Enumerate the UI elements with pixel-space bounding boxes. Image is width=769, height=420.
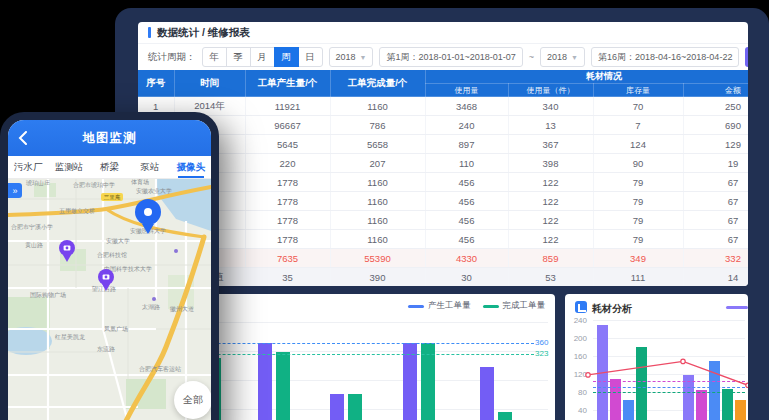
table-cell: 1160	[330, 97, 425, 116]
bar	[709, 361, 720, 420]
sub-column-header: 使用量	[425, 84, 508, 97]
start-year-select[interactable]: 2018 ▼	[329, 47, 374, 67]
map-label: 体育场	[131, 179, 149, 186]
table-cell: 67	[683, 211, 748, 230]
table-cell: 79	[593, 211, 683, 230]
table-cell: 456	[425, 230, 508, 249]
legend-swatch	[408, 305, 424, 308]
map-all-button[interactable]: 全部	[174, 381, 211, 419]
period-label: 统计周期：	[148, 51, 196, 64]
column-header: 工单完成量/个	[330, 70, 425, 97]
column-header: 工单产生量/个	[245, 70, 330, 97]
table-cell: 786	[330, 116, 425, 135]
bar	[696, 390, 707, 420]
table-cell: 67	[683, 192, 748, 211]
table-cell: 859	[508, 249, 593, 268]
table-cell: 1160	[330, 230, 425, 249]
table-row: 12014年119211160346834070250	[138, 97, 748, 116]
chevron-down-icon: ▼	[571, 54, 578, 61]
end-year-value: 2018	[547, 52, 567, 62]
consumable-chart-card: 耗材分析 2402001601208040	[565, 294, 748, 420]
phone-tab-泵站[interactable]: 泵站	[130, 156, 171, 178]
table-row: 356455658897367124129	[138, 135, 748, 154]
map-expander-button[interactable]: »	[8, 183, 22, 198]
table-cell: 124	[593, 135, 683, 154]
table-cell: 129	[683, 135, 748, 154]
table-cell: 67	[683, 173, 748, 192]
table-cell: 53	[508, 268, 593, 287]
table-cell: 349	[593, 249, 683, 268]
table-row: 8177811604561227967	[138, 230, 748, 249]
phone-tab-监测站[interactable]: 监测站	[49, 156, 90, 178]
y-axis-tick: 80	[565, 388, 587, 397]
chart-title-icon	[575, 301, 587, 313]
breadcrumb-accent-bar	[148, 27, 151, 38]
chevron-down-icon: ▼	[360, 54, 367, 61]
period-option-日[interactable]: 日	[298, 47, 323, 67]
period-segmented-control: 年季月周日	[202, 47, 323, 67]
map-label: 国际购物广场	[30, 291, 66, 299]
table-cell: 240	[425, 116, 508, 135]
map-view[interactable]: 琥珀山庄合肥市琥珀中学体育场安徽农业大学五里墩立交桥合肥市宁溪小学安徽医科大学安…	[8, 179, 211, 420]
back-icon[interactable]	[18, 131, 27, 145]
period-option-月[interactable]: 月	[250, 47, 275, 67]
table-cell: 70	[593, 97, 683, 116]
chart-legend-cut	[726, 306, 748, 309]
road-badge-label: 三里庵	[104, 194, 121, 201]
table-cell: 122	[508, 230, 593, 249]
table-cell: 90	[593, 154, 683, 173]
table-row: 296667786240137690	[138, 116, 748, 135]
bar-完成工单量	[498, 412, 512, 420]
table-cell: 111	[593, 268, 683, 287]
end-week-select[interactable]: 第16周：2018-04-16~2018-04-22	[591, 47, 739, 67]
table-cell: 79	[593, 192, 683, 211]
legend-label: 完成工单量	[503, 300, 546, 312]
table-cell: 55390	[330, 249, 425, 268]
table-cell: 122	[508, 173, 593, 192]
legend-item[interactable]: 产生工单量	[408, 300, 471, 312]
phone-tab-摄像头[interactable]: 摄像头	[170, 156, 211, 178]
legend-item[interactable]: 完成工单量	[483, 300, 546, 312]
chart-gridline	[593, 374, 745, 375]
table-row: 5177811604561227967	[138, 173, 748, 192]
table-cell: 7635	[245, 249, 330, 268]
chart-gridline	[593, 356, 745, 357]
query-button[interactable]: 查询	[745, 47, 748, 67]
table-cell: 367	[508, 135, 593, 154]
table-row: 6177811604561227967	[138, 192, 748, 211]
table-cell: 79	[593, 173, 683, 192]
table-cell: 30	[425, 268, 508, 287]
chart-gridline	[593, 338, 745, 339]
bar	[722, 389, 733, 420]
table-cell: 96667	[245, 116, 330, 135]
start-week-select[interactable]: 第1周：2018-01-01~2018-01-07	[379, 47, 522, 67]
map-label: 合肥市宁溪小学	[11, 223, 53, 231]
bar	[735, 400, 746, 420]
table-cell: 1160	[330, 173, 425, 192]
phone-tab-污水厂[interactable]: 污水厂	[8, 156, 49, 178]
phone-tab-桥梁[interactable]: 桥梁	[89, 156, 130, 178]
phone-tab-bar: 污水厂监测站桥梁泵站摄像头	[8, 156, 211, 179]
table-average-row: 平均值35390305311114	[138, 268, 748, 287]
map-label: 东流路	[97, 345, 115, 353]
y-axis-tick: 40	[565, 406, 587, 415]
table-cell: 398	[508, 154, 593, 173]
table-cell: 220	[245, 154, 330, 173]
average-dashed-line	[593, 381, 745, 382]
table-cell: 14	[683, 268, 748, 287]
table-cell: 110	[425, 154, 508, 173]
table-cell: 332	[683, 249, 748, 268]
y-axis-tick: 160	[565, 352, 587, 361]
period-option-周[interactable]: 周	[274, 47, 299, 67]
period-option-季[interactable]: 季	[226, 47, 251, 67]
period-option-年[interactable]: 年	[202, 47, 227, 67]
reference-line-label: 360	[535, 338, 548, 347]
end-year-select[interactable]: 2018 ▼	[540, 47, 585, 67]
sub-column-header: 金额	[683, 84, 748, 97]
bar	[610, 379, 621, 420]
table-cell: 1778	[245, 230, 330, 249]
table-cell: 13	[508, 116, 593, 135]
map-label: 安徽农业大学	[136, 187, 172, 195]
bar	[597, 325, 608, 420]
table-cell: 1160	[330, 192, 425, 211]
